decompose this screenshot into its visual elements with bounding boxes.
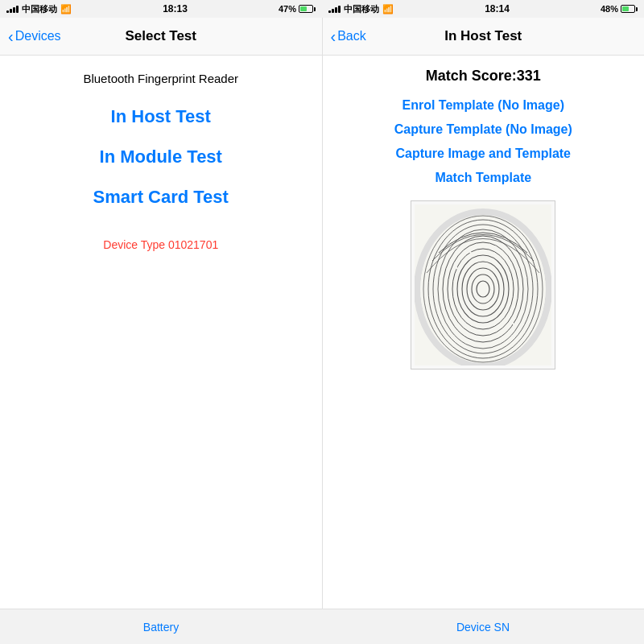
carrier-right: 中国移动 [344,3,379,15]
devices-back-label: Devices [15,29,61,43]
chevron-back-icon: ‹ [331,28,336,44]
select-test-title: Select Test [125,28,196,44]
chevron-left-icon: ‹ [8,28,14,44]
devices-back-button[interactable]: ‹ Devices [8,28,61,44]
right-panel: Match Score:331 Enrol Template (No Image… [323,56,645,609]
left-status-right: 47% [279,4,316,14]
left-status-left: 中国移动 📶 [6,3,72,15]
match-template-button[interactable]: Match Template [435,168,531,188]
in-module-test-button[interactable]: In Module Test [100,142,222,172]
battery-pct-left: 47% [279,4,296,14]
bottom-bar: Battery Device SN [0,609,644,644]
wifi-icon-right: 📶 [382,4,394,14]
battery-icon-right [621,5,638,13]
capture-template-button[interactable]: Capture Template (No Image) [394,120,572,139]
signal-bars-left [6,5,19,13]
right-status-left: 中国移动 📶 [328,3,394,15]
time-right: 18:14 [485,3,510,14]
in-host-test-title: In Host Test [444,28,522,44]
signal-bars-right [328,5,341,13]
back-label: Back [337,29,366,43]
right-nav-panel: ‹ Back In Host Test [323,18,645,55]
left-nav-panel: ‹ Devices Select Test [0,18,323,55]
device-type-label: Device Type 01021701 [103,238,218,251]
battery-pct-right: 48% [601,4,618,14]
smart-card-test-button[interactable]: Smart Card Test [93,182,229,213]
device-label: Bluetooth Fingerprint Reader [83,72,238,85]
right-status-bar: 中国移动 📶 18:14 48% [322,0,644,18]
left-panel: Bluetooth Fingerprint Reader In Host Tes… [0,56,323,609]
back-button[interactable]: ‹ Back [331,28,366,44]
battery-icon-left [299,5,316,13]
wifi-icon-left: 📶 [60,4,72,14]
enrol-template-button[interactable]: Enrol Template (No Image) [402,96,564,115]
carrier-left: 中国移动 [22,3,57,15]
main-content: Bluetooth Fingerprint Reader In Host Tes… [0,56,644,609]
nav-bar-container: ‹ Devices Select Test ‹ Back In Host Tes… [0,18,644,56]
time-left: 18:13 [163,3,188,14]
in-host-test-button[interactable]: In Host Test [111,101,211,132]
fingerprint-image-container [411,200,555,369]
right-status-right: 48% [601,4,638,14]
fingerprint-svg [415,204,551,365]
status-bar-container: 中国移动 📶 18:13 47% 中国移动 📶 18:14 [0,0,644,18]
capture-image-template-button[interactable]: Capture Image and Template [395,144,571,163]
battery-button[interactable]: Battery [0,621,322,634]
left-status-bar: 中国移动 📶 18:13 47% [0,0,322,18]
device-sn-button[interactable]: Device SN [322,621,644,634]
match-score: Match Score:331 [426,68,541,85]
